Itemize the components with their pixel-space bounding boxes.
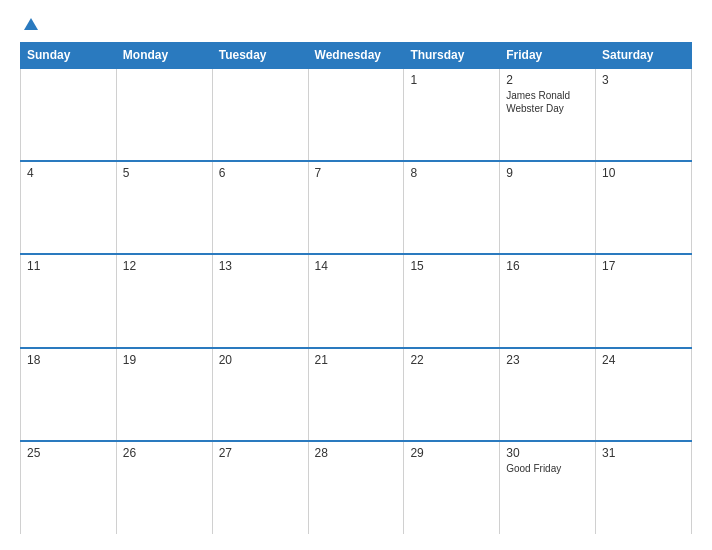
day-number: 12 [123,259,206,273]
calendar-week-5: 252627282930Good Friday31 [21,441,692,534]
calendar-cell: 19 [116,348,212,441]
weekday-header-friday: Friday [500,43,596,69]
calendar-cell: 31 [596,441,692,534]
calendar-cell: 30Good Friday [500,441,596,534]
calendar-cell: 9 [500,161,596,254]
calendar-cell: 23 [500,348,596,441]
calendar-cell: 11 [21,254,117,347]
calendar-cell: 15 [404,254,500,347]
calendar-cell: 27 [212,441,308,534]
calendar-cell: 14 [308,254,404,347]
weekday-header-row: SundayMondayTuesdayWednesdayThursdayFrid… [21,43,692,69]
calendar-cell: 28 [308,441,404,534]
calendar-cell: 2James Ronald Webster Day [500,68,596,161]
day-number: 10 [602,166,685,180]
calendar-cell: 1 [404,68,500,161]
calendar-cell: 18 [21,348,117,441]
day-number: 3 [602,73,685,87]
weekday-header-wednesday: Wednesday [308,43,404,69]
calendar-cell [308,68,404,161]
weekday-header-sunday: Sunday [21,43,117,69]
day-number: 9 [506,166,589,180]
calendar-table: SundayMondayTuesdayWednesdayThursdayFrid… [20,42,692,534]
day-number: 1 [410,73,493,87]
calendar-cell: 7 [308,161,404,254]
day-number: 21 [315,353,398,367]
day-number: 2 [506,73,589,87]
day-number: 31 [602,446,685,460]
calendar-cell: 22 [404,348,500,441]
logo-triangle-icon [24,18,38,30]
day-number: 4 [27,166,110,180]
day-number: 17 [602,259,685,273]
day-number: 16 [506,259,589,273]
day-number: 24 [602,353,685,367]
calendar-week-3: 11121314151617 [21,254,692,347]
day-number: 26 [123,446,206,460]
calendar-cell: 13 [212,254,308,347]
calendar-cell: 12 [116,254,212,347]
day-number: 29 [410,446,493,460]
calendar-cell: 4 [21,161,117,254]
holiday-label: James Ronald Webster Day [506,89,589,115]
weekday-header-thursday: Thursday [404,43,500,69]
calendar-cell: 21 [308,348,404,441]
calendar-cell: 6 [212,161,308,254]
calendar-cell: 29 [404,441,500,534]
calendar-cell: 16 [500,254,596,347]
calendar-cell: 5 [116,161,212,254]
calendar-week-1: 12James Ronald Webster Day3 [21,68,692,161]
day-number: 8 [410,166,493,180]
calendar-cell: 24 [596,348,692,441]
day-number: 6 [219,166,302,180]
day-number: 18 [27,353,110,367]
weekday-header-monday: Monday [116,43,212,69]
day-number: 7 [315,166,398,180]
calendar-cell: 20 [212,348,308,441]
day-number: 23 [506,353,589,367]
day-number: 15 [410,259,493,273]
day-number: 11 [27,259,110,273]
page-header [20,16,692,34]
calendar-cell [212,68,308,161]
day-number: 13 [219,259,302,273]
day-number: 20 [219,353,302,367]
day-number: 5 [123,166,206,180]
calendar-week-2: 45678910 [21,161,692,254]
day-number: 22 [410,353,493,367]
day-number: 14 [315,259,398,273]
calendar-cell: 25 [21,441,117,534]
calendar-cell: 17 [596,254,692,347]
day-number: 25 [27,446,110,460]
calendar-cell [116,68,212,161]
calendar-cell: 10 [596,161,692,254]
day-number: 19 [123,353,206,367]
calendar-cell [21,68,117,161]
weekday-header-saturday: Saturday [596,43,692,69]
logo [20,16,38,34]
weekday-header-tuesday: Tuesday [212,43,308,69]
calendar-cell: 8 [404,161,500,254]
day-number: 30 [506,446,589,460]
calendar-cell: 3 [596,68,692,161]
day-number: 28 [315,446,398,460]
calendar-week-4: 18192021222324 [21,348,692,441]
day-number: 27 [219,446,302,460]
holiday-label: Good Friday [506,462,589,475]
calendar-cell: 26 [116,441,212,534]
